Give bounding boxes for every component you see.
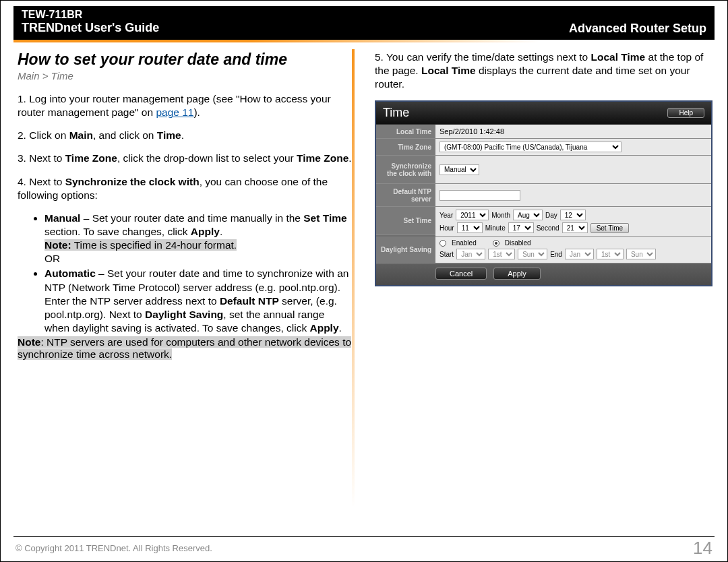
model-number: TEW-711BR bbox=[22, 8, 159, 21]
sync-label: Synchronize the clock with bbox=[376, 156, 435, 184]
ds-start-day[interactable]: Sun bbox=[518, 249, 547, 259]
ntp-label: Default NTP server bbox=[376, 184, 435, 207]
step-1: 1. Log into your router management page … bbox=[18, 92, 352, 119]
breadcrumb: Main > Time bbox=[18, 70, 352, 82]
option-manual: Manual – Set your router date and time m… bbox=[44, 212, 352, 266]
day-select[interactable]: 12 bbox=[560, 210, 586, 220]
router-time-panel: Time Help Local Time Sep/2/2010 1:42:48 … bbox=[375, 100, 712, 286]
ds-end-month[interactable]: Jan bbox=[565, 249, 594, 259]
panel-actions: Cancel Apply bbox=[376, 263, 711, 285]
step-5: 5. You can verify the time/date settings… bbox=[375, 51, 710, 91]
note2-highlight: Note: NTP servers are used for computers… bbox=[18, 336, 351, 360]
daylight-label: Daylight Saving bbox=[376, 237, 435, 263]
set-time-button[interactable]: Set Time bbox=[590, 223, 629, 233]
sync-select[interactable]: Manual bbox=[439, 164, 479, 175]
ds-start-week[interactable]: 1st bbox=[488, 249, 515, 259]
option-automatic: Automatic – Set your router date and tim… bbox=[44, 267, 352, 335]
apply-button[interactable]: Apply bbox=[493, 268, 541, 280]
set-time-label: Set Time bbox=[376, 207, 435, 235]
ds-start-month[interactable]: Jan bbox=[456, 249, 485, 259]
step-2: 2. Click on Main, and click on Time. bbox=[18, 129, 352, 142]
disabled-radio[interactable] bbox=[493, 240, 499, 247]
daylight-row: Enabled Disabled Start Jan 1st Sun End J… bbox=[435, 237, 711, 263]
step-4: 4. Next to Synchronize the clock with, y… bbox=[18, 175, 352, 202]
minute-select[interactable]: 17 bbox=[508, 222, 534, 233]
month-select[interactable]: Aug bbox=[513, 210, 543, 220]
step-3: 3. Next to Time Zone, click the drop-dow… bbox=[18, 152, 352, 165]
or-text: OR bbox=[44, 253, 60, 264]
local-time-label: Local Time bbox=[376, 125, 435, 139]
right-column: 5. You can verify the time/date settings… bbox=[375, 48, 710, 516]
ntp-input[interactable] bbox=[439, 190, 520, 201]
time-zone-label: Time Zone bbox=[376, 139, 435, 156]
left-column: How to set your router date and time Mai… bbox=[18, 48, 352, 516]
guide-title: TRENDnet User's Guide bbox=[22, 21, 159, 36]
time-zone-select[interactable]: (GMT-08:00) Pacific Time (US/Canada), Ti… bbox=[439, 142, 621, 152]
ds-end-day[interactable]: Sun bbox=[626, 249, 656, 259]
local-time-value: Sep/2/2010 1:42:48 bbox=[435, 125, 711, 139]
section-title: How to set your router date and time bbox=[18, 51, 352, 69]
second-select[interactable]: 21 bbox=[562, 222, 588, 233]
panel-titlebar: Time Help bbox=[376, 102, 711, 125]
year-select[interactable]: 2011 bbox=[456, 210, 489, 220]
panel-title: Time bbox=[383, 106, 409, 120]
ntp-value bbox=[435, 184, 711, 207]
help-button[interactable]: Help bbox=[667, 108, 704, 118]
hour-select[interactable]: 11 bbox=[457, 222, 483, 233]
header-accent-line bbox=[13, 40, 715, 42]
time-zone-value: (GMT-08:00) Pacific Time (US/Canada), Ti… bbox=[435, 139, 711, 156]
footer-separator bbox=[13, 536, 715, 537]
copyright: © Copyright 2011 TRENDnet. All Rights Re… bbox=[16, 543, 212, 553]
cancel-button[interactable]: Cancel bbox=[435, 268, 487, 280]
page-header: TEW-711BR TRENDnet User's Guide Advanced… bbox=[13, 6, 715, 40]
header-left: TEW-711BR TRENDnet User's Guide bbox=[22, 8, 159, 36]
page-number: 14 bbox=[693, 538, 712, 559]
note-highlight: Note: Time is specified in 24-hour forma… bbox=[44, 239, 237, 251]
column-divider-accent bbox=[352, 49, 355, 517]
set-time-row: Year 2011 Month Aug Day 12 Hour 11 Minut… bbox=[435, 207, 711, 237]
options-list: Manual – Set your router date and time m… bbox=[44, 212, 352, 335]
page-link[interactable]: page 11 bbox=[156, 106, 193, 118]
enabled-radio[interactable] bbox=[439, 240, 446, 247]
sync-value: Manual bbox=[435, 156, 711, 184]
ds-end-week[interactable]: 1st bbox=[597, 249, 624, 259]
section-name: Advanced Router Setup bbox=[569, 22, 706, 36]
